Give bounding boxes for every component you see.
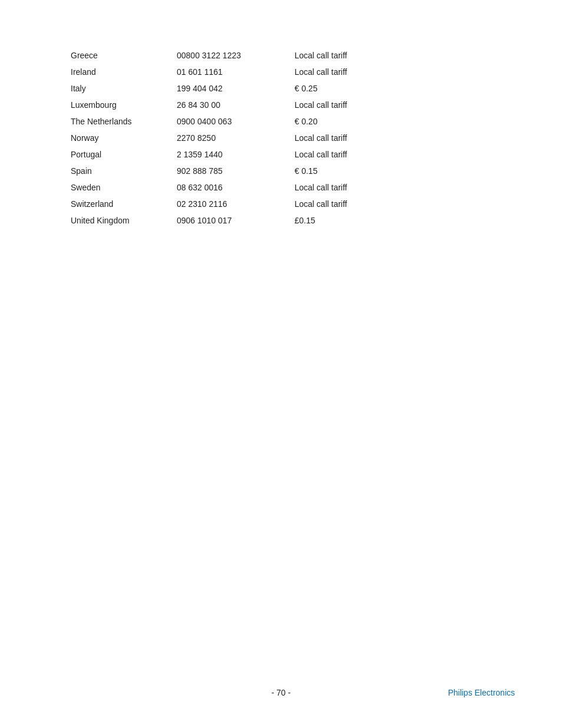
tariff-cell: Local call tariff — [295, 150, 412, 159]
phone-cell: 01 601 1161 — [177, 67, 295, 77]
phone-cell: 02 2310 2116 — [177, 199, 295, 209]
country-cell: Greece — [71, 51, 177, 60]
phone-cell: 2 1359 1440 — [177, 150, 295, 159]
table-row: Portugal2 1359 1440Local call tariff — [71, 146, 515, 163]
phone-cell: 199 404 042 — [177, 84, 295, 93]
table-row: Sweden08 632 0016Local call tariff — [71, 179, 515, 196]
country-cell: Ireland — [71, 67, 177, 77]
phone-cell: 00800 3122 1223 — [177, 51, 295, 60]
phone-cell: 902 888 785 — [177, 166, 295, 176]
tariff-cell: € 0.15 — [295, 166, 412, 176]
table-row: Spain902 888 785€ 0.15 — [71, 163, 515, 179]
table-row: United Kingdom0906 1010 017£0.15 — [71, 212, 515, 229]
tariff-cell: £0.15 — [295, 216, 412, 225]
tariff-cell: Local call tariff — [295, 51, 412, 60]
tariff-cell: Local call tariff — [295, 183, 412, 192]
tariff-cell: Local call tariff — [295, 67, 412, 77]
tariff-cell: € 0.20 — [295, 117, 412, 126]
tariff-cell: € 0.25 — [295, 84, 412, 93]
phone-cell: 0900 0400 063 — [177, 117, 295, 126]
phone-cell: 26 84 30 00 — [177, 100, 295, 110]
country-cell: Sweden — [71, 183, 177, 192]
table-row: Italy199 404 042€ 0.25 — [71, 80, 515, 97]
tariff-cell: Local call tariff — [295, 100, 412, 110]
country-cell: Switzerland — [71, 199, 177, 209]
country-cell: The Netherlands — [71, 117, 177, 126]
country-cell: Norway — [71, 133, 177, 143]
country-cell: Luxembourg — [71, 100, 177, 110]
page-content: Greece00800 3122 1223Local call tariffIr… — [0, 0, 562, 264]
table-row: Luxembourg26 84 30 00Local call tariff — [71, 97, 515, 113]
table-row: Greece00800 3122 1223Local call tariff — [71, 47, 515, 64]
page-number: - 70 - — [272, 688, 291, 697]
phone-cell: 2270 8250 — [177, 133, 295, 143]
contacts-table: Greece00800 3122 1223Local call tariffIr… — [71, 47, 515, 229]
country-cell: Italy — [71, 84, 177, 93]
table-row: Norway2270 8250Local call tariff — [71, 130, 515, 146]
brand-name: Philips Electronics — [448, 688, 515, 697]
table-row: Switzerland02 2310 2116Local call tariff — [71, 196, 515, 212]
table-row: Ireland01 601 1161Local call tariff — [71, 64, 515, 80]
country-cell: United Kingdom — [71, 216, 177, 225]
country-cell: Portugal — [71, 150, 177, 159]
phone-cell: 08 632 0016 — [177, 183, 295, 192]
tariff-cell: Local call tariff — [295, 133, 412, 143]
table-row: The Netherlands0900 0400 063€ 0.20 — [71, 113, 515, 130]
phone-cell: 0906 1010 017 — [177, 216, 295, 225]
country-cell: Spain — [71, 166, 177, 176]
tariff-cell: Local call tariff — [295, 199, 412, 209]
